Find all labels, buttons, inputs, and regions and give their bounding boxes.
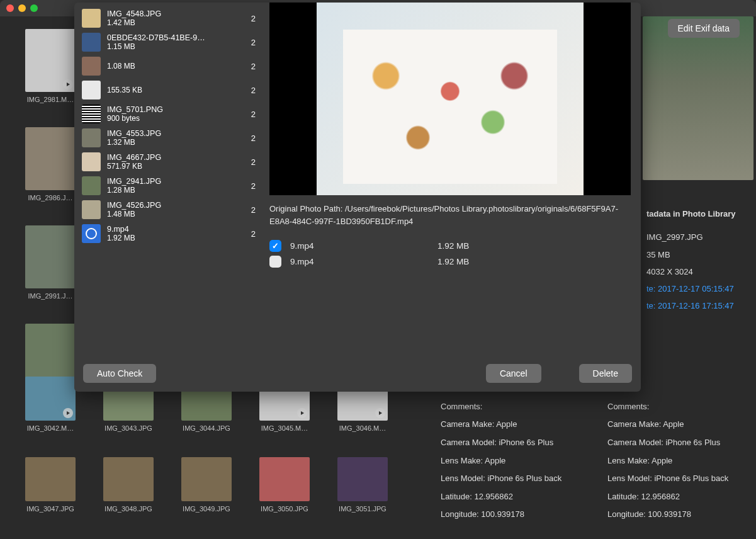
zoom-window-button[interactable] — [30, 4, 38, 12]
thumbnail-image — [25, 225, 76, 288]
grid-thumb[interactable]: IMG_2986.J… — [19, 127, 82, 201]
thumbnail-image — [181, 457, 232, 501]
meta-longitude: Longitude: 100.939178 — [607, 506, 736, 524]
file-size: 1.92 MB — [107, 234, 237, 242]
list-item[interactable]: 9.mp41.92 MB2 — [74, 222, 263, 246]
meta-latitude: Latitude: 12.956862 — [441, 488, 570, 506]
dup-count: 2 — [243, 62, 256, 71]
meta-comments: Comments: — [441, 398, 570, 416]
original-photo-path: Original Photo Path: /Users/fireebok/Pic… — [269, 203, 631, 228]
thumb-label: IMG_3047.JPG — [19, 505, 82, 513]
dup-name: 9.mp4 — [290, 257, 429, 266]
thumbnail-icon — [82, 128, 101, 147]
thumbnail-icon — [82, 81, 101, 99]
file-name: IMG_4526.JPG — [107, 201, 237, 210]
thumb-label: IMG_3045.M… — [253, 424, 316, 432]
play-icon — [297, 408, 307, 418]
file-size: 1.08 MB — [107, 62, 237, 71]
metadata-column-right: Comments: Camera Make: Apple Camera Mode… — [607, 398, 736, 524]
play-icon — [375, 408, 385, 418]
duplicate-group-list[interactable]: IMG_4548.JPG1.42 MB2 0EBDE432-D7B5-41BE-… — [74, 3, 263, 356]
grid-thumb[interactable]: IMG_3042.M… — [19, 377, 82, 432]
select-checkbox[interactable] — [269, 256, 281, 268]
auto-check-button[interactable]: Auto Check — [83, 364, 156, 383]
list-item[interactable]: 155.35 KB2 — [74, 78, 263, 102]
meta-lens-make: Lens Make: Apple — [441, 452, 570, 470]
grid-thumb[interactable]: IMG_3051.JPG — [331, 457, 394, 513]
dup-count: 2 — [243, 157, 256, 167]
thumbnail-image — [337, 457, 388, 501]
thumbnail-image — [25, 377, 76, 421]
edit-exif-button[interactable]: Edit Exif data — [668, 19, 740, 38]
file-name: IMG_2941.JPG — [107, 177, 237, 186]
thumb-label: IMG_3049.JPG — [175, 505, 238, 513]
thumbnail-image — [25, 29, 76, 92]
dup-count: 2 — [243, 181, 256, 191]
dup-size: 1.92 MB — [437, 257, 469, 266]
meta-latitude: Latitude: 12.956862 — [607, 488, 736, 506]
metadata-column-left: Comments: Camera Make: Apple Camera Mode… — [441, 398, 570, 524]
play-icon — [63, 79, 73, 89]
grid-thumb[interactable]: IMG_3049.JPG — [175, 457, 238, 513]
select-checkbox[interactable] — [269, 240, 281, 252]
file-size: 1.32 MB — [107, 138, 237, 147]
grid-thumb[interactable]: IMG_2991.J… — [19, 225, 82, 300]
thumbnail-icon — [82, 33, 101, 52]
file-size: 1.28 MB — [107, 186, 237, 195]
thumb-label: IMG_3051.JPG — [331, 505, 394, 513]
meta-lens-make: Lens Make: Apple — [607, 452, 736, 470]
meta-lens-model: Lens Model: iPhone 6s Plus back — [441, 470, 570, 488]
thumb-label: IMG_2986.J… — [19, 194, 82, 201]
meta-camera-make: Camera Make: Apple — [441, 416, 570, 434]
dup-row[interactable]: 9.mp4 1.92 MB — [269, 254, 631, 270]
list-item[interactable]: IMG_2941.JPG1.28 MB2 — [74, 174, 263, 198]
dup-row[interactable]: 9.mp4 1.92 MB — [269, 238, 631, 254]
file-size: 155.35 KB — [107, 86, 237, 94]
list-item[interactable]: IMG_4667.JPG571.97 KB2 — [74, 150, 263, 174]
thumbnail-icon — [82, 57, 101, 76]
thumb-label: IMG_2981.M… — [19, 96, 82, 103]
list-item[interactable]: 0EBDE432-D7B5-41BE-9…1.15 MB2 — [74, 30, 263, 54]
file-size: 900 bytes — [107, 114, 237, 123]
minimize-window-button[interactable] — [18, 4, 26, 12]
dup-count: 2 — [243, 86, 256, 95]
thumb-label: IMG_2991.J… — [19, 292, 82, 300]
thumb-label: IMG_3046.M… — [331, 424, 394, 432]
list-item[interactable]: IMG_4548.JPG1.42 MB2 — [74, 6, 263, 30]
file-name: IMG_4667.JPG — [107, 153, 237, 162]
thumbnail-icon — [82, 176, 101, 195]
list-item[interactable]: IMG_4553.JPG1.32 MB2 — [74, 126, 263, 150]
close-window-button[interactable] — [6, 4, 14, 12]
thumb-label: IMG_3043.JPG — [97, 424, 160, 432]
delete-button[interactable]: Delete — [579, 364, 632, 383]
meta-longitude: Longitude: 100.939178 — [441, 506, 570, 524]
duplicate-instances: 9.mp4 1.92 MB 9.mp4 1.92 MB — [269, 238, 631, 270]
thumbnail-image — [259, 457, 310, 501]
preview-image — [317, 3, 584, 195]
thumb-label: IMG_3048.JPG — [97, 505, 160, 513]
meta-comments: Comments: — [607, 398, 736, 416]
thumbnail-image — [25, 127, 76, 190]
grid-thumb[interactable]: IMG_2981.M… — [19, 29, 82, 103]
thumbnail-icon — [82, 152, 101, 171]
meta-camera-model: Camera Model: iPhone 6s Plus — [607, 434, 736, 452]
grid-thumb[interactable]: IMG_3048.JPG — [97, 457, 160, 513]
dup-count: 2 — [243, 205, 256, 215]
file-name: IMG_4548.JPG — [107, 9, 237, 18]
dup-count: 2 — [243, 14, 256, 23]
list-item[interactable]: IMG_5701.PNG900 bytes2 — [74, 102, 263, 126]
meta-filename: IMG_2997.JPG — [646, 229, 752, 246]
cancel-button[interactable]: Cancel — [486, 364, 541, 383]
file-name: 9.mp4 — [107, 225, 237, 234]
meta-date-created[interactable]: te: 2017-12-17 05:15:47 — [646, 280, 752, 297]
file-size: 1.48 MB — [107, 210, 237, 218]
meta-date-modified[interactable]: te: 2017-12-16 17:15:47 — [646, 297, 752, 314]
file-size: 1.42 MB — [107, 18, 237, 27]
file-name: 0EBDE432-D7B5-41BE-9… — [107, 33, 237, 42]
list-item[interactable]: IMG_4526.JPG1.48 MB2 — [74, 198, 263, 222]
thumb-label: IMG_3042.M… — [19, 424, 82, 432]
dup-count: 2 — [243, 110, 256, 119]
list-item[interactable]: 1.08 MB2 — [74, 54, 263, 78]
grid-thumb[interactable]: IMG_3050.JPG — [253, 457, 316, 513]
grid-thumb[interactable]: IMG_3047.JPG — [19, 457, 82, 513]
